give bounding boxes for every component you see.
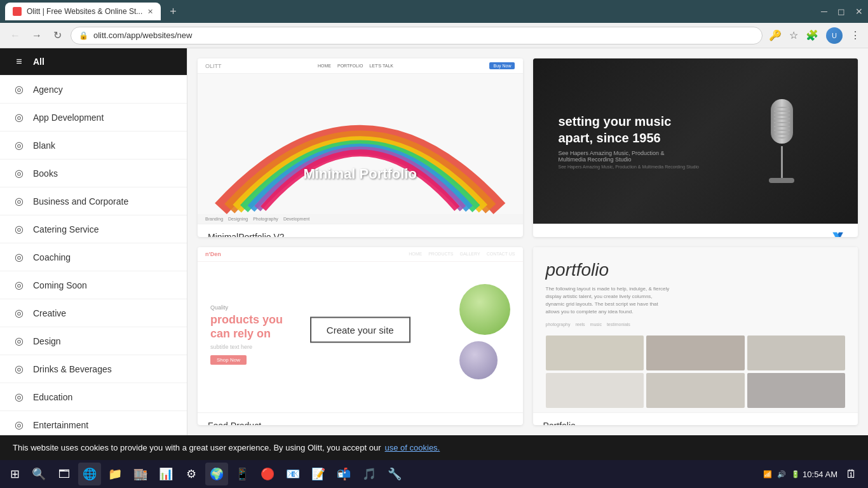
main-content: OLITT HOME PORTFOLIO LET'S TALK Buy Now xyxy=(187,48,868,435)
portfolio-grid-item xyxy=(747,336,846,370)
sidebar-item-books[interactable]: ◎ Books xyxy=(0,159,187,187)
template-card-music-studio[interactable]: setting your musicapart, since 1956 See … xyxy=(533,58,858,237)
template-name-food: Food Product xyxy=(208,421,261,426)
forward-button[interactable]: → xyxy=(29,27,44,44)
network-icon: 📶 xyxy=(763,470,772,478)
taskbar-excel[interactable]: 📊 xyxy=(154,463,177,485)
tab-title: Olitt | Free Websites & Online St... xyxy=(27,7,142,16)
sidebar-label-business: Business and Corporate xyxy=(33,196,128,207)
sidebar-item-blank[interactable]: ◎ Blank xyxy=(0,132,187,159)
sidebar-item-entertainment[interactable]: ◎ Entertainment xyxy=(0,411,187,435)
all-icon: ≡ xyxy=(13,56,25,67)
blank-icon: ◎ xyxy=(13,139,25,151)
volume-icon: 🔊 xyxy=(777,470,786,478)
template-preview-portfolio: portfolio The following layout is made t… xyxy=(533,247,858,412)
sidebar-item-app-development[interactable]: ◎ App Development xyxy=(0,104,187,132)
template-card-minimal-portfolio[interactable]: OLITT HOME PORTFOLIO LET'S TALK Buy Now xyxy=(198,58,523,237)
template-preview-minimal: OLITT HOME PORTFOLIO LET'S TALK Buy Now xyxy=(198,58,523,224)
food-quality-label: Quality xyxy=(210,304,421,311)
award-badge: 🏅 xyxy=(829,232,848,237)
taskbar-settings[interactable]: ⚙ xyxy=(180,463,203,485)
sidebar-item-design[interactable]: ◎ Design xyxy=(0,327,187,355)
mic-stand xyxy=(781,146,783,178)
app-container: ≡ All ◎ Agency ◎ App Development ◎ Blank… xyxy=(0,48,868,435)
cookie-message: This website uses cookies to provide you… xyxy=(13,443,381,452)
taskbar-app4[interactable]: 📝 xyxy=(307,463,330,485)
menu-icon[interactable]: ⋮ xyxy=(850,29,860,41)
food-logo: n'Den xyxy=(205,251,221,257)
taskbar-clock[interactable]: 10:54 AM xyxy=(803,470,837,479)
close-window-button[interactable]: ✕ xyxy=(855,6,863,17)
template-preview-food: n'Den HOME PRODUCTS GALLERY CONTACT US Q… xyxy=(198,247,523,412)
sidebar-item-business[interactable]: ◎ Business and Corporate xyxy=(0,187,187,215)
taskbar-chrome[interactable]: 🌍 xyxy=(205,463,228,485)
taskbar-app1[interactable]: 📱 xyxy=(231,463,254,485)
extensions-icon[interactable]: 🧩 xyxy=(806,29,818,41)
template-card-portfolio[interactable]: portfolio The following layout is made t… xyxy=(533,247,858,426)
cookie-banner: This website uses cookies to provide you… xyxy=(0,435,868,460)
sidebar-item-all[interactable]: ≡ All xyxy=(0,48,187,76)
minimal-portfolio-label: Minimal Portfolio xyxy=(304,166,417,182)
sidebar-label-creative: Creative xyxy=(33,308,66,318)
sidebar-item-agency[interactable]: ◎ Agency xyxy=(0,76,187,104)
taskbar-system-tray: 📶 🔊 🔋 xyxy=(763,470,800,478)
taskbar-app7[interactable]: 🔧 xyxy=(383,463,406,485)
sidebar-item-creative[interactable]: ◎ Creative xyxy=(0,299,187,327)
sidebar-label-all: All xyxy=(33,57,44,67)
taskbar-app3[interactable]: 📧 xyxy=(281,463,304,485)
portfolio-image-grid xyxy=(546,336,846,408)
template-footer-music: Music Studio V2 🏅 xyxy=(533,224,858,237)
books-icon: ◎ xyxy=(13,167,25,179)
catering-icon: ◎ xyxy=(13,223,25,235)
mic-base xyxy=(769,178,794,183)
sidebar-item-drinks[interactable]: ◎ Drinks & Beverages xyxy=(0,355,187,383)
address-box[interactable]: 🔒 olitt.com/app/websites/new xyxy=(71,27,763,44)
restore-button[interactable]: ◻ xyxy=(837,6,845,17)
taskbar-file-explorer[interactable]: 📁 xyxy=(104,463,126,485)
template-name-portfolio: Portfolio xyxy=(543,421,576,426)
taskbar-store[interactable]: 🏬 xyxy=(129,463,152,485)
sidebar-label-education: Education xyxy=(33,392,72,402)
minimize-button[interactable]: ─ xyxy=(821,6,827,17)
coaching-icon: ◎ xyxy=(13,251,25,263)
creative-icon: ◎ xyxy=(13,307,25,319)
star-icon[interactable]: ☆ xyxy=(789,29,798,41)
battery-icon: 🔋 xyxy=(791,470,800,478)
cookie-link[interactable]: use of cookies. xyxy=(385,443,440,452)
taskbar-search[interactable]: 🔍 xyxy=(27,463,50,485)
template-footer-portfolio: Portfolio xyxy=(533,412,858,426)
back-button[interactable]: ← xyxy=(8,27,23,44)
start-button[interactable]: ⊞ xyxy=(5,464,25,484)
url-display: olitt.com/app/websites/new xyxy=(93,30,754,40)
taskbar-app5[interactable]: 📬 xyxy=(332,463,355,485)
tab-close-button[interactable]: ✕ xyxy=(147,8,153,16)
taskbar-edge[interactable]: 🌐 xyxy=(78,463,101,485)
food-right xyxy=(434,284,510,386)
notification-center[interactable]: 🗓 xyxy=(840,463,863,485)
sidebar-item-education[interactable]: ◎ Education xyxy=(0,383,187,411)
sidebar-item-coaching[interactable]: ◎ Coaching xyxy=(0,243,187,271)
refresh-button[interactable]: ↻ xyxy=(51,27,64,44)
browser-actions: 🔑 ☆ 🧩 U ⋮ xyxy=(769,27,860,44)
template-footer-minimal: MinimalPortfolio V2 xyxy=(198,224,523,237)
food-header: n'Den HOME PRODUCTS GALLERY CONTACT US xyxy=(198,247,523,262)
food-ball-purple xyxy=(459,341,498,379)
sidebar-item-catering[interactable]: ◎ Catering Service xyxy=(0,215,187,243)
taskbar-app6[interactable]: 🎵 xyxy=(358,463,381,485)
window-controls: ─ ◻ ✕ xyxy=(821,6,863,17)
portfolio-word: portfolio xyxy=(546,260,846,280)
sidebar-label-blank: Blank xyxy=(33,140,55,151)
new-tab-button[interactable]: + xyxy=(166,5,180,18)
portfolio-tags: photography reels music testimonials xyxy=(546,322,846,327)
portfolio-description: The following layout is made to help, in… xyxy=(546,285,673,316)
create-site-overlay[interactable]: Create your site xyxy=(310,316,410,342)
taskbar-app2[interactable]: 🔴 xyxy=(256,463,279,485)
browser-tab[interactable]: Olitt | Free Websites & Online St... ✕ xyxy=(5,3,161,20)
template-card-food[interactable]: n'Den HOME PRODUCTS GALLERY CONTACT US Q… xyxy=(198,247,523,426)
entertainment-icon: ◎ xyxy=(13,419,25,431)
food-ball-green xyxy=(459,284,510,335)
user-avatar[interactable]: U xyxy=(826,27,843,44)
sidebar-label-app-development: App Development xyxy=(33,112,104,123)
taskbar-task-view[interactable]: 🗔 xyxy=(53,463,76,485)
sidebar-item-coming-soon[interactable]: ◎ Coming Soon xyxy=(0,271,187,299)
